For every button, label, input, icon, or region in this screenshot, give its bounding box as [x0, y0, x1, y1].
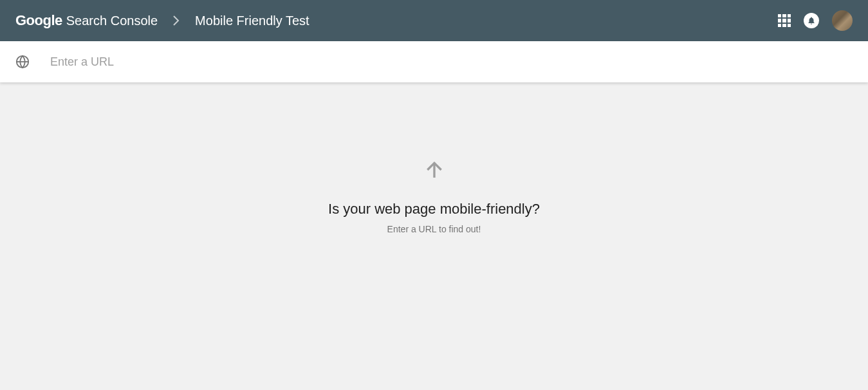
product-name: Search Console	[66, 14, 158, 28]
main-content: Is your web page mobile-friendly? Enter …	[0, 82, 868, 234]
sub-text: Enter a URL to find out!	[387, 224, 481, 234]
chevron-right-icon	[173, 15, 180, 26]
url-input[interactable]	[50, 55, 853, 69]
google-logo: Google	[15, 12, 62, 29]
header-actions	[778, 10, 853, 31]
url-search-bar	[0, 41, 868, 82]
apps-icon[interactable]	[778, 14, 791, 27]
main-heading: Is your web page mobile-friendly?	[328, 201, 540, 218]
arrow-up-icon	[424, 160, 445, 183]
avatar[interactable]	[832, 10, 853, 31]
notifications-icon[interactable]	[804, 13, 819, 28]
logo-link[interactable]: Google Search Console	[15, 12, 158, 29]
page-title: Mobile Friendly Test	[195, 14, 309, 28]
globe-icon	[15, 55, 30, 69]
app-header: Google Search Console Mobile Friendly Te…	[0, 0, 868, 41]
